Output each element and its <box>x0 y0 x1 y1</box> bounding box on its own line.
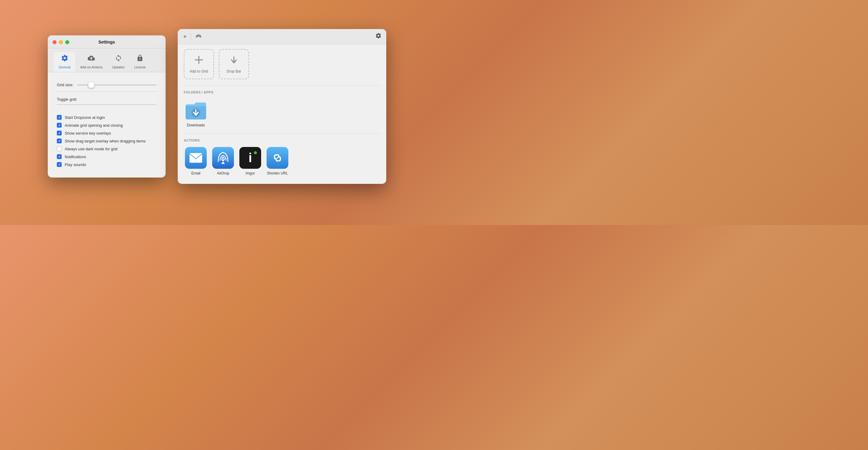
tab-general[interactable]: General <box>54 52 75 72</box>
tab-license-label: License <box>134 65 146 69</box>
slider-thumb[interactable] <box>88 82 94 88</box>
email-label: Email <box>191 171 200 175</box>
dropzone-panel: + Add to Grid <box>178 29 386 184</box>
drop-bar-card[interactable]: Drop Bar <box>219 49 249 79</box>
gear-icon <box>61 54 68 63</box>
close-button[interactable] <box>53 40 57 44</box>
add-to-grid-label: Add to Grid <box>190 69 208 73</box>
toggle-grid-row: Toggle grid: <box>57 92 157 104</box>
folders-apps-header: FOLDERS / APPS <box>184 90 380 94</box>
grid-item-imgur[interactable]: i Imgur <box>238 146 262 177</box>
checkboxes-section: Start Dropzone at login Animate grid ope… <box>57 109 157 169</box>
checkbox-dark-mode[interactable] <box>57 146 62 151</box>
checkbox-label-dark-mode: Always use dark mode for grid <box>65 147 118 151</box>
dropzone-content: Add to Grid Drop Bar FOLDERS / APPS <box>178 44 386 184</box>
folders-apps-grid: Downloads <box>184 98 380 128</box>
checkbox-item-animate-grid: Animate grid opening and closing <box>57 121 157 129</box>
add-to-grid-card[interactable]: Add to Grid <box>184 49 214 79</box>
checkbox-label-start-login: Start Dropzone at login <box>65 115 105 120</box>
shorten-url-icon <box>267 147 288 169</box>
collapse-button[interactable] <box>195 33 202 40</box>
checkbox-service-key[interactable] <box>57 131 62 136</box>
drop-bar-label: Drop Bar <box>227 69 241 73</box>
checkbox-label-play-sounds: Play sounds <box>65 162 86 167</box>
settings-titlebar: Settings <box>48 35 166 49</box>
settings-window: Settings General Add-on Actions <box>48 35 166 178</box>
shorten-url-label: Shorten URL <box>267 171 288 175</box>
lock-icon <box>136 54 144 63</box>
airdrop-icon <box>212 147 234 169</box>
checkbox-label-notifications: Notifications <box>65 154 86 159</box>
svg-line-7 <box>277 157 278 159</box>
actions-header: ACTIONS <box>184 139 380 142</box>
imgur-label: Imgur <box>246 171 255 175</box>
add-button[interactable]: + <box>183 33 187 40</box>
dropzone-toolbar: + <box>178 29 386 44</box>
tab-addon-label: Add-on Actions <box>80 65 102 69</box>
grid-item-downloads[interactable]: Downloads <box>184 98 208 128</box>
refresh-icon <box>115 54 122 63</box>
checkbox-item-notifications: Notifications <box>57 153 157 160</box>
settings-content: Grid size: Toggle grid: Start Dropzone a… <box>48 72 166 178</box>
actions-section: ACTIONS Email <box>184 139 380 177</box>
settings-title: Settings <box>98 40 115 44</box>
checkbox-start-login[interactable] <box>57 115 62 120</box>
checkbox-notifications[interactable] <box>57 154 62 159</box>
grid-size-label: Grid size: <box>57 83 73 87</box>
checkbox-play-sounds[interactable] <box>57 162 62 167</box>
window-controls <box>53 40 69 44</box>
add-to-grid-icon <box>194 55 204 67</box>
grid-size-row: Grid size: <box>57 78 157 92</box>
cloud-upload-icon <box>88 54 95 63</box>
actions-grid: Email AirDrop <box>184 146 380 177</box>
tab-addon-actions[interactable]: Add-on Actions <box>75 52 107 72</box>
toggle-grid-label: Toggle grid: <box>57 97 77 101</box>
maximize-button[interactable] <box>65 40 69 44</box>
svg-rect-4 <box>189 153 202 163</box>
checkbox-item-service-key: Show service key overlays <box>57 129 157 137</box>
checkbox-item-play-sounds: Play sounds <box>57 160 157 169</box>
imgur-icon: i <box>239 147 261 169</box>
checkbox-item-dark-mode: Always use dark mode for grid <box>57 145 157 153</box>
tab-license[interactable]: License <box>129 52 151 72</box>
svg-point-5 <box>222 159 224 161</box>
downloads-label: Downloads <box>187 123 205 127</box>
grid-item-shorten-url[interactable]: Shorten URL <box>266 146 289 177</box>
checkbox-item-drag-target: Show drag target overlay when dragging i… <box>57 137 157 145</box>
tab-updates[interactable]: Updates <box>107 52 129 72</box>
checkbox-label-animate-grid: Animate grid opening and closing <box>65 123 123 128</box>
slider-track <box>77 84 157 86</box>
folders-apps-section: FOLDERS / APPS <box>184 90 380 128</box>
grid-item-airdrop[interactable]: AirDrop <box>211 146 235 177</box>
section-divider-actions <box>184 133 380 134</box>
email-icon <box>185 147 207 169</box>
tab-updates-label: Updates <box>112 65 125 69</box>
drop-bar-icon <box>229 55 239 67</box>
checkbox-item-start-login: Start Dropzone at login <box>57 113 157 121</box>
checkbox-label-drag-target: Show drag target overlay when dragging i… <box>65 139 146 143</box>
grid-item-email[interactable]: Email <box>184 146 208 177</box>
checkbox-label-service-key: Show service key overlays <box>65 131 111 136</box>
tab-general-label: General <box>59 65 70 69</box>
gear-button[interactable] <box>375 33 381 40</box>
section-divider-folders <box>184 85 380 86</box>
grid-size-slider[interactable] <box>77 84 157 86</box>
settings-tabs: General Add-on Actions Updates <box>48 49 166 72</box>
checkbox-animate-grid[interactable] <box>57 123 62 128</box>
minimize-button[interactable] <box>59 40 63 44</box>
downloads-folder-icon <box>185 99 207 121</box>
toolbar-divider <box>191 34 191 40</box>
airdrop-label: AirDrop <box>217 171 229 175</box>
imgur-dot <box>254 151 257 154</box>
checkbox-drag-target[interactable] <box>57 139 62 143</box>
action-cards: Add to Grid Drop Bar <box>184 49 380 79</box>
svg-text:i: i <box>248 151 252 164</box>
